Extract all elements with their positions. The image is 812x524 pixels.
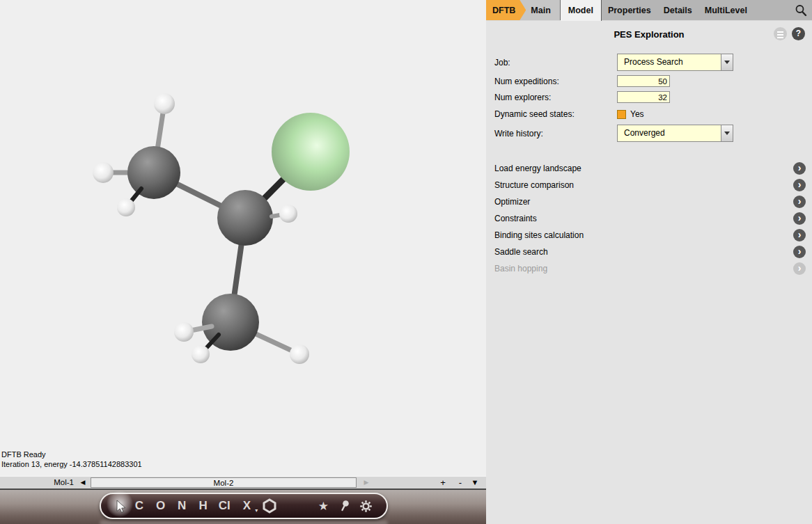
element-toolbar: C O N H Cl X ▾ ★ <box>100 493 388 519</box>
atom-h[interactable] <box>192 345 210 363</box>
tab-mol-1[interactable]: Mol-1 <box>36 477 74 489</box>
element-button-cl[interactable]: Cl <box>214 499 235 513</box>
chevron-right-icon[interactable]: › <box>793 196 806 208</box>
settings-panel: DFTB Main Model Properties Details Multi… <box>486 0 812 524</box>
num-explorers-label: Num explorers: <box>494 93 617 102</box>
bottom-dock-bar: C O N H Cl X ▾ ★ <box>0 489 486 524</box>
section-optimizer[interactable]: Optimizer › <box>486 193 812 210</box>
section-saddle-search[interactable]: Saddle search › <box>486 244 812 260</box>
pointer-tool-button[interactable] <box>111 499 129 513</box>
molecule-tab-strip: Mol-1 ◀ Mol-2 ▶ + - ▼ <box>0 476 486 489</box>
settings-tool-button[interactable] <box>355 500 377 513</box>
num-expeditions-label: Num expeditions: <box>494 77 617 86</box>
molecule-viewer[interactable]: DFTB Ready Iteration 13, energy -14.3785… <box>0 0 486 476</box>
hamburger-menu-icon <box>777 31 783 33</box>
breadcrumb: DFTB Main <box>486 0 561 20</box>
job-dropdown-value: Process Search <box>617 54 721 71</box>
atom-cl[interactable] <box>272 113 350 191</box>
dynamic-seed-states-checkbox[interactable] <box>617 110 626 119</box>
job-dropdown[interactable]: Process Search <box>617 54 733 71</box>
section-load-energy-landscape[interactable]: Load energy landscape › <box>486 160 812 177</box>
write-history-dropdown-button[interactable] <box>721 125 733 142</box>
dynamic-seed-states-value: Yes <box>630 109 644 119</box>
atom-h[interactable] <box>174 322 194 342</box>
job-dropdown-button[interactable] <box>721 54 733 71</box>
chevron-down-icon <box>724 132 730 138</box>
dock-reflection <box>100 521 388 524</box>
atom-c[interactable] <box>217 190 273 246</box>
element-button-n[interactable]: N <box>171 499 193 513</box>
write-history-dropdown-value: Converged <box>617 125 721 142</box>
atom-h[interactable] <box>290 344 309 364</box>
atom-h[interactable] <box>93 162 114 183</box>
section-binding-sites-calculation[interactable]: Binding sites calculation › <box>486 227 812 244</box>
panel-tab-strip: DFTB Main Model Properties Details Multi… <box>486 0 812 21</box>
pin-tool-button[interactable] <box>334 500 356 512</box>
remove-molecule-button[interactable]: - <box>455 477 466 489</box>
subpanel-list: Load energy landscape › Structure compar… <box>486 160 812 277</box>
status-line-energy: Iteration 13, energy -14.37851142883301 <box>1 460 142 470</box>
atom-h[interactable] <box>117 198 135 216</box>
chevron-right-icon[interactable]: › <box>793 162 806 175</box>
pin-icon <box>338 500 351 512</box>
section-basin-hopping: Basin hopping › <box>486 260 812 277</box>
chevron-down-icon <box>724 61 730 67</box>
chevron-right-icon: › <box>793 262 806 275</box>
atom-h[interactable] <box>279 205 297 223</box>
breadcrumb-main[interactable]: Main <box>526 0 559 20</box>
add-molecule-button[interactable]: + <box>437 477 448 489</box>
breadcrumb-dftb[interactable]: DFTB <box>486 0 526 20</box>
status-text: DFTB Ready Iteration 13, energy -14.3785… <box>1 450 142 469</box>
gear-icon <box>359 500 373 513</box>
chevron-right-icon[interactable]: › <box>793 179 806 191</box>
hexagon-ring-icon <box>263 498 276 514</box>
element-button-c[interactable]: C <box>129 499 150 513</box>
scroll-right-icon: ▶ <box>361 477 371 489</box>
section-constraints[interactable]: Constraints › <box>486 210 812 227</box>
page-title: PES Exploration <box>486 21 812 40</box>
dynamic-seed-states-label: Dynamic seed states: <box>494 109 617 119</box>
atom-c[interactable] <box>127 146 180 199</box>
cursor-arrow-icon <box>114 499 126 513</box>
ring-tool-button[interactable] <box>258 498 280 514</box>
element-button-h[interactable]: H <box>192 499 214 513</box>
chevron-right-icon[interactable]: › <box>793 212 806 225</box>
status-line-ready: DFTB Ready <box>1 450 142 460</box>
settings-form: Job: Process Search Num expeditions: Num… <box>494 54 812 142</box>
write-history-dropdown[interactable]: Converged <box>617 125 733 142</box>
element-button-x[interactable]: X ▾ <box>235 499 259 513</box>
tab-multilevel[interactable]: MultiLevel <box>698 0 754 20</box>
num-explorers-input[interactable] <box>617 91 670 103</box>
x-element-label: X <box>243 499 251 512</box>
structures-tool-button[interactable]: ★ <box>313 499 334 514</box>
scroll-left-icon[interactable]: ◀ <box>78 477 88 489</box>
section-structure-comparison[interactable]: Structure comparison › <box>486 177 812 193</box>
molecule-menu-arrow[interactable]: ▼ <box>468 477 482 489</box>
num-expeditions-input[interactable] <box>617 75 670 87</box>
search-icon <box>795 4 807 17</box>
tab-model[interactable]: Model <box>561 0 602 21</box>
help-button[interactable]: ? <box>792 27 805 40</box>
element-button-o[interactable]: O <box>150 499 171 513</box>
tab-properties[interactable]: Properties <box>602 0 657 20</box>
chevron-right-icon[interactable]: › <box>793 229 806 241</box>
search-button[interactable] <box>795 0 807 20</box>
job-label: Job: <box>494 58 617 68</box>
atom-h[interactable] <box>154 93 175 114</box>
molecule-canvas[interactable] <box>0 0 486 476</box>
panel-menu-button[interactable] <box>774 27 787 40</box>
chevron-right-icon[interactable]: › <box>793 246 806 258</box>
tab-details[interactable]: Details <box>657 0 698 20</box>
panel-title-row: PES Exploration ? <box>486 21 812 46</box>
write-history-label: Write history: <box>494 129 617 138</box>
x-dropdown-caret-icon: ▾ <box>255 507 258 514</box>
tab-mol-2-active[interactable]: Mol-2 <box>91 477 357 488</box>
